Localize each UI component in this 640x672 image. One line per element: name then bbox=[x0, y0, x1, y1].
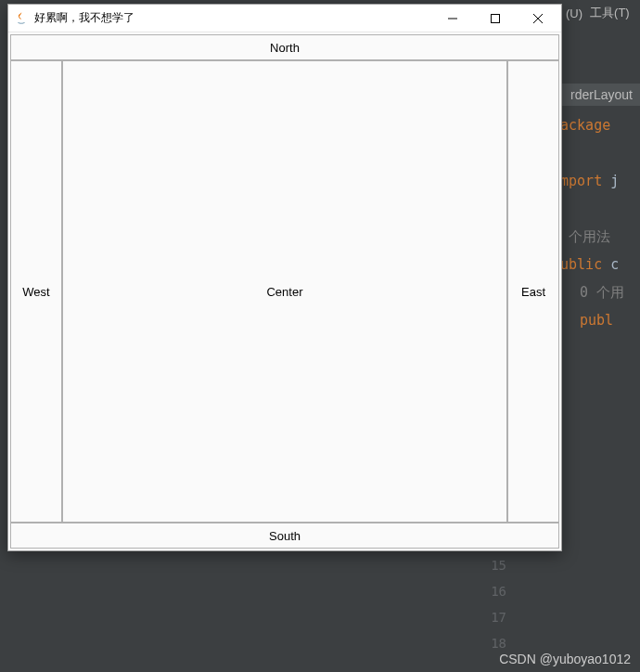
line-number-gutter: 15 16 17 18 bbox=[469, 552, 506, 656]
menu-item-tools[interactable]: 工具(T) bbox=[590, 5, 630, 21]
center-button[interactable]: Center bbox=[62, 60, 507, 523]
border-layout-content: North West Center East South bbox=[8, 32, 561, 550]
keyword-public: publ bbox=[580, 312, 613, 329]
usage-hint: ) 个用法 bbox=[552, 223, 640, 251]
close-icon bbox=[533, 14, 543, 23]
java-icon bbox=[14, 11, 29, 26]
line-number: 16 bbox=[469, 578, 506, 604]
swing-dialog-window: 好累啊，我不想学了 North West Center East South bbox=[7, 4, 562, 551]
editor-tab-area: rderLayout bbox=[561, 84, 640, 106]
usage-hint: 0 个用 bbox=[552, 278, 640, 306]
maximize-icon bbox=[491, 14, 500, 23]
watermark-text: CSDN @yuboyao1012 bbox=[499, 652, 631, 666]
close-button[interactable] bbox=[517, 5, 559, 32]
window-controls bbox=[431, 5, 559, 32]
code-editor[interactable]: package import j ) 个用法 public c 0 个用 pub… bbox=[552, 111, 640, 334]
north-button[interactable]: North bbox=[10, 34, 559, 60]
east-button[interactable]: East bbox=[507, 60, 559, 523]
code-text: j bbox=[602, 173, 619, 189]
border-layout-middle: West Center East bbox=[10, 60, 559, 523]
svg-rect-1 bbox=[492, 14, 500, 22]
south-button[interactable]: South bbox=[10, 523, 559, 549]
editor-tab[interactable]: rderLayout bbox=[561, 84, 640, 106]
maximize-button[interactable] bbox=[474, 5, 517, 32]
window-title: 好累啊，我不想学了 bbox=[34, 10, 431, 26]
west-button[interactable]: West bbox=[10, 60, 62, 523]
minimize-icon bbox=[448, 14, 457, 23]
minimize-button[interactable] bbox=[431, 5, 474, 32]
menu-item[interactable]: (U) bbox=[566, 6, 582, 20]
code-text: c bbox=[602, 256, 619, 273]
line-number: 15 bbox=[469, 552, 506, 578]
window-titlebar[interactable]: 好累啊，我不想学了 bbox=[8, 5, 561, 32]
line-number: 17 bbox=[469, 604, 506, 630]
